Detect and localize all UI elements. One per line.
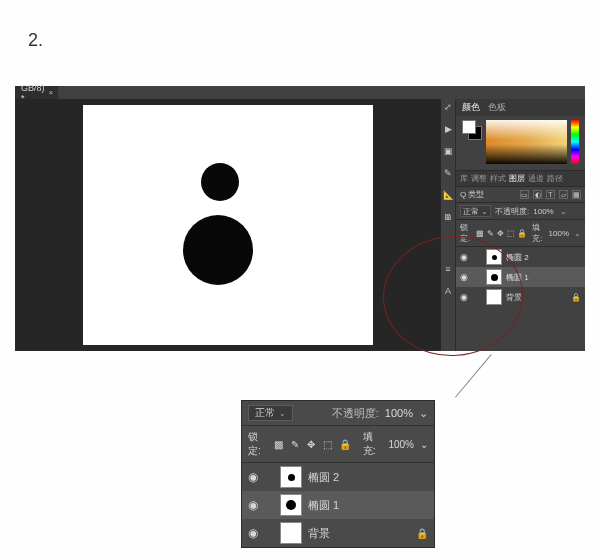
crop-icon[interactable]: ▣ <box>442 145 454 157</box>
tab-paths[interactable]: 路径 <box>547 173 563 184</box>
zoom-fill-label: 填充: <box>363 430 383 458</box>
lock-artboard-icon[interactable]: ⬚ <box>323 439 333 450</box>
fg-color-swatch[interactable] <box>462 120 476 134</box>
zoom-layers-panel: 正常 ⌄ 不透明度: 100% ⌄ 锁定: ▩ ✎ ✥ ⬚ 🔒 填充: 100%… <box>241 400 435 548</box>
tab-color[interactable]: 颜色 <box>462 101 480 114</box>
zoom-lock-label: 锁定: <box>248 430 268 458</box>
lock-artboard-icon[interactable]: ⬚ <box>507 229 515 237</box>
filter-image-icon[interactable]: ▭ <box>520 190 529 199</box>
visibility-toggle[interactable]: ◉ <box>248 526 260 540</box>
lock-brush-icon[interactable]: ✎ <box>290 439 300 450</box>
filter-text-icon[interactable]: T <box>546 190 555 199</box>
document-tab[interactable]: GB/8) * × <box>15 86 58 99</box>
lock-all-icon[interactable]: 🔒 <box>339 439 351 450</box>
layer-name[interactable]: 背景 <box>308 526 410 541</box>
tab-swatches[interactable]: 色板 <box>488 101 506 114</box>
layers-list: ◉ 椭圆 2 ◉ 椭圆 1 ◉ 背景 <box>456 247 585 351</box>
tab-libraries[interactable]: 库 <box>460 173 468 184</box>
visibility-toggle[interactable]: ◉ <box>460 292 470 302</box>
layer-row-background[interactable]: ◉ 背景 🔒 <box>456 287 585 307</box>
visibility-toggle[interactable]: ◉ <box>460 272 470 282</box>
zoom-fill-value[interactable]: 100% <box>388 439 414 450</box>
tab-layers[interactable]: 图层 <box>509 173 525 184</box>
filter-smart-icon[interactable]: ▦ <box>572 190 581 199</box>
play-icon[interactable]: ▶ <box>442 123 454 135</box>
visibility-toggle[interactable]: ◉ <box>248 470 260 484</box>
layer-thumbnail[interactable] <box>280 494 302 516</box>
layer-name[interactable]: 背景 <box>506 292 567 303</box>
layers-panel: 库 调整 样式 图层 通道 路径 Q 类型 ▭ ◐ T ▱ ▦ <box>456 171 585 351</box>
chevron-down-icon: ⌄ <box>481 207 488 216</box>
visibility-toggle[interactable]: ◉ <box>460 252 470 262</box>
layer-row-ellipse-2[interactable]: ◉ 椭圆 2 <box>456 247 585 267</box>
lock-brush-icon[interactable]: ✎ <box>487 229 494 237</box>
fg-bg-swatch[interactable] <box>462 120 482 140</box>
chevron-down-icon[interactable]: ⌄ <box>560 207 567 216</box>
chevron-down-icon[interactable]: ⌄ <box>574 229 581 238</box>
layer-thumbnail[interactable] <box>486 249 502 265</box>
zoom-blend-mode-select[interactable]: 正常 ⌄ <box>248 405 293 421</box>
lock-icon: 🔒 <box>416 528 428 539</box>
layer-name[interactable]: 椭圆 1 <box>506 272 581 283</box>
zoom-layer-row-background[interactable]: ◉ 背景 🔒 <box>242 519 434 547</box>
layer-name[interactable]: 椭圆 2 <box>506 252 581 263</box>
layers-panel-tabs: 库 调整 样式 图层 通道 路径 <box>456 171 585 187</box>
visibility-toggle[interactable]: ◉ <box>248 498 260 512</box>
fill-value[interactable]: 100% <box>549 229 569 238</box>
eyedropper-icon[interactable]: ✎ <box>442 167 454 179</box>
chevron-down-icon: ⌄ <box>279 409 286 418</box>
layer-thumbnail[interactable] <box>280 522 302 544</box>
filter-shape-icon[interactable]: ▱ <box>559 190 568 199</box>
callout-line <box>455 354 492 398</box>
ellipse-1-shape[interactable] <box>183 215 253 285</box>
zoom-opacity-label: 不透明度: <box>332 406 379 421</box>
layer-thumbnail[interactable] <box>486 289 502 305</box>
lock-label: 锁定: <box>460 222 473 244</box>
fill-label: 填充: <box>532 222 545 244</box>
layer-thumbnail[interactable] <box>280 466 302 488</box>
zoom-blend-mode-value: 正常 <box>255 406 275 420</box>
close-tab-icon[interactable]: × <box>49 88 54 97</box>
collapsed-panel-dock: ⤢ ▶ ▣ ✎ 📐 🗎 ≡ A <box>441 99 455 351</box>
lock-pixels-icon[interactable]: ▩ <box>274 439 284 450</box>
color-spectrum[interactable] <box>486 120 567 164</box>
lock-position-icon[interactable]: ✥ <box>306 439 316 450</box>
chevron-down-icon[interactable]: ⌄ <box>420 439 428 450</box>
note-icon[interactable]: 🗎 <box>442 211 454 223</box>
blend-mode-select[interactable]: 正常 ⌄ <box>460 205 491 217</box>
opacity-value[interactable]: 100% <box>533 207 553 216</box>
lock-all-icon[interactable]: 🔒 <box>518 229 526 237</box>
blend-mode-value: 正常 <box>463 206 479 217</box>
ruler-icon[interactable]: 📐 <box>442 189 454 201</box>
lock-position-icon[interactable]: ✥ <box>497 229 504 237</box>
canvas-area[interactable] <box>15 99 441 351</box>
canvas[interactable] <box>83 105 373 345</box>
align-icon[interactable]: ≡ <box>442 263 454 275</box>
zoom-layer-row-ellipse-2[interactable]: ◉ 椭圆 2 <box>242 463 434 491</box>
layer-filter-kind[interactable]: Q 类型 <box>460 189 516 200</box>
zoom-lock-row: 锁定: ▩ ✎ ✥ ⬚ 🔒 填充: 100% ⌄ <box>242 426 434 463</box>
filter-adjust-icon[interactable]: ◐ <box>533 190 542 199</box>
zoom-layer-row-ellipse-1[interactable]: ◉ 椭圆 1 <box>242 491 434 519</box>
step-number: 2. <box>28 30 43 51</box>
color-panel: 颜色 色板 <box>456 99 585 171</box>
tab-adjustments[interactable]: 调整 <box>471 173 487 184</box>
zoom-blend-row: 正常 ⌄ 不透明度: 100% ⌄ <box>242 401 434 426</box>
ellipse-2-shape[interactable] <box>201 163 239 201</box>
hue-strip[interactable] <box>571 120 579 164</box>
lock-icon: 🔒 <box>571 293 581 302</box>
layer-thumbnail[interactable] <box>486 269 502 285</box>
layer-name[interactable]: 椭圆 2 <box>308 470 428 485</box>
chevron-down-icon[interactable]: ⌄ <box>419 407 428 420</box>
lock-pixels-icon[interactable]: ▩ <box>476 229 484 237</box>
text-icon[interactable]: A <box>442 285 454 297</box>
zoom-opacity-value[interactable]: 100% <box>385 407 413 419</box>
tab-channels[interactable]: 通道 <box>528 173 544 184</box>
tab-styles[interactable]: 样式 <box>490 173 506 184</box>
layer-row-ellipse-1[interactable]: ◉ 椭圆 1 <box>456 267 585 287</box>
app-window: GB/8) * × ⤢ ▶ ▣ ✎ 📐 🗎 ≡ A <box>15 86 585 351</box>
layer-name[interactable]: 椭圆 1 <box>308 498 428 513</box>
zoom-layers-list: ◉ 椭圆 2 ◉ 椭圆 1 ◉ 背景 🔒 <box>242 463 434 547</box>
arrows-icon[interactable]: ⤢ <box>442 101 454 113</box>
right-panels: 颜色 色板 库 调整 样式 图层 <box>455 99 585 351</box>
